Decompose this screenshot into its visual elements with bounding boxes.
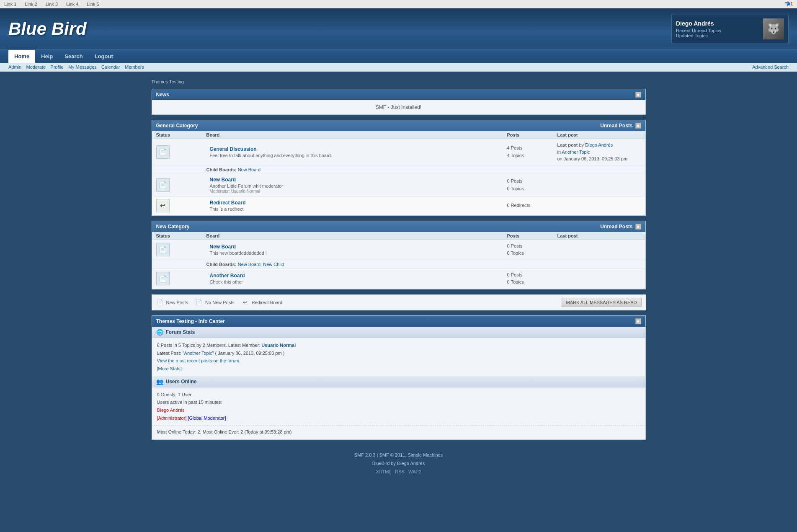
- nav-help[interactable]: Help: [35, 50, 59, 63]
- board-status-icon: 📄: [156, 145, 206, 159]
- board-name-redirect[interactable]: Redirect Board: [210, 200, 246, 206]
- users-online-label: Users Online: [166, 379, 197, 385]
- child-board-nb2-link2[interactable]: New Child: [263, 262, 284, 267]
- new-col-status: Status: [156, 233, 206, 238]
- footer-wap2[interactable]: WAP2: [408, 469, 421, 474]
- avatar-image: 🐺: [763, 18, 784, 39]
- sub-nav-left: Admin Moderate Profile My Messages Calen…: [8, 64, 147, 70]
- top-bar-notification: 📬1: [784, 1, 793, 7]
- board-name-general-discussion[interactable]: General Discussion: [210, 146, 257, 152]
- board-info-nb2: New Board This new boardddddddddd !: [206, 244, 507, 256]
- top-bar: Link 1 Link 2 Link 3 Link 4 Link 5 📬1: [0, 0, 797, 8]
- col-board: Board: [206, 132, 507, 137]
- avatar: 🐺: [763, 18, 784, 39]
- footer-line1: SMF 2.0.3 | SMF © 2011, Simple Machines: [5, 451, 792, 460]
- news-header-right: ■: [635, 92, 641, 98]
- board-stats-general: 4 Posts 4 Topics: [507, 145, 557, 159]
- no-new-posts-icon: 📄: [195, 298, 203, 307]
- site-title: Blue Bird: [8, 19, 87, 39]
- board-name-new-board-2[interactable]: New Board: [210, 244, 236, 250]
- users-online-content: 0 Guests, 1 User Users active in past 15…: [152, 387, 645, 426]
- updated-topics-link[interactable]: Updated Topics: [676, 33, 759, 38]
- child-boards-general: Child Boards: New Board: [152, 165, 645, 174]
- general-collapse-btn[interactable]: ■: [635, 123, 641, 129]
- new-category-collapse-btn[interactable]: ■: [635, 224, 641, 230]
- forum-stats-icon: 🌐: [156, 329, 163, 336]
- advanced-search-link[interactable]: Advanced Search: [752, 65, 789, 70]
- forum-stats-label: Forum Stats: [166, 329, 195, 335]
- last-post-topic-general[interactable]: Another Topic: [562, 150, 590, 155]
- board-desc-nb2: This new boardddddddddd !: [210, 251, 507, 256]
- board-row-another-board: 📄 Another Board Check this other 0 Posts…: [152, 269, 645, 289]
- info-center-header: Themes Testing - Info Center ■: [152, 316, 645, 327]
- legend-redirect: ↩ Redirect Board: [241, 298, 282, 307]
- footer-xhtml[interactable]: XHTML: [376, 469, 391, 474]
- board-moderator-new: Moderator: Usuario Normal: [210, 189, 507, 194]
- board-status-icon-another: 📄: [156, 272, 206, 285]
- board-desc-new: Another Little Forum whit moderator: [210, 183, 507, 189]
- legend: 📄 New Posts 📄 No New Posts ↩ Redirect Bo…: [152, 294, 646, 310]
- footer-rss[interactable]: RSS: [395, 469, 405, 474]
- news-section: News ■ SMF - Just Installed!: [152, 89, 646, 115]
- user-name: Diego Andrés: [676, 20, 759, 27]
- new-col-board: Board: [206, 233, 507, 238]
- board-info-another: Another Board Check this other: [206, 273, 507, 284]
- most-online-today: Most Online Today: 2.: [157, 429, 201, 434]
- last-post-user-general[interactable]: Diego Andrés: [585, 142, 613, 147]
- role-global-mod[interactable]: [Global Moderator]: [188, 416, 226, 421]
- child-boards-new-category: Child Boards: New Board, New Child: [152, 260, 645, 269]
- top-link-3[interactable]: Link 3: [46, 2, 58, 7]
- legend-new-posts: 📄 New Posts: [156, 298, 188, 307]
- info-center-collapse-btn[interactable]: ■: [635, 318, 641, 324]
- child-board-nb2-link1[interactable]: New Board: [238, 262, 261, 267]
- more-stats-link[interactable]: [More Stats]: [157, 366, 182, 371]
- new-category-header-right: Unread Posts ■: [600, 224, 641, 230]
- top-link-2[interactable]: Link 2: [25, 2, 37, 7]
- sub-nav-admin[interactable]: Admin: [8, 65, 21, 70]
- top-link-4[interactable]: Link 4: [66, 2, 78, 7]
- latest-topic-link[interactable]: "Another Topic": [183, 351, 214, 356]
- info-center-section: Themes Testing - Info Center ■ 🌐 Forum S…: [152, 315, 646, 440]
- new-category-title: New Category: [156, 224, 190, 230]
- recent-posts-link[interactable]: View the most recent posts on the forum.: [157, 358, 241, 363]
- board-icon-redirect: ↩: [156, 199, 170, 212]
- sub-nav-moderate[interactable]: Moderate: [26, 65, 46, 70]
- sub-nav-profile[interactable]: Profile: [50, 65, 63, 70]
- sub-nav-my-messages[interactable]: My Messages: [68, 65, 97, 70]
- general-category-title: General Category: [156, 123, 198, 129]
- new-category-section: New Category Unread Posts ■ Status Board…: [152, 221, 646, 289]
- user-links: Recent Unread Topics Updated Topics: [676, 28, 759, 38]
- col-lastpost: Last post: [557, 132, 641, 137]
- sub-nav-members[interactable]: Members: [125, 65, 144, 70]
- main-nav: Home Help Search Logout: [0, 49, 797, 63]
- new-category-body: Status Board Posts Last post 📄 New Board…: [152, 232, 645, 289]
- sub-nav-calendar[interactable]: Calendar: [101, 65, 120, 70]
- nav-search[interactable]: Search: [59, 50, 88, 63]
- board-desc-another: Check this other: [210, 279, 507, 284]
- board-stats-nb2: 0 Posts 0 Topics: [507, 243, 557, 257]
- board-name-new-board[interactable]: New Board: [210, 177, 236, 183]
- most-online-ever: Most Online Ever: 2 (Today at 09:53:28 p…: [203, 429, 292, 434]
- active-info: Users active in past 15 minutes:: [157, 400, 222, 405]
- child-board-new-board-link[interactable]: New Board: [238, 167, 261, 172]
- recent-unread-link[interactable]: Recent Unread Topics: [676, 28, 759, 33]
- nav-home[interactable]: Home: [8, 50, 35, 63]
- main-content: Themes Testing News ■ SMF - Just Install…: [147, 78, 650, 440]
- board-status-icon-redirect: ↩: [156, 199, 206, 212]
- role-admin[interactable]: [Administrator]: [157, 416, 187, 421]
- top-link-5[interactable]: Link 5: [87, 2, 99, 7]
- online-user-link[interactable]: Diego Andrés: [157, 408, 185, 413]
- last-post-general: Last post by Diego Andrés in Another Top…: [557, 142, 641, 163]
- nav-logout[interactable]: Logout: [89, 50, 119, 63]
- user-info: Diego Andrés Recent Unread Topics Update…: [676, 20, 759, 38]
- footer: SMF 2.0.3 | SMF © 2011, Simple Machines …: [0, 446, 797, 481]
- breadcrumb: Themes Testing: [152, 78, 646, 85]
- board-name-another-board[interactable]: Another Board: [210, 273, 245, 279]
- mark-read-button[interactable]: MARK ALL MESSAGES AS READ: [562, 298, 642, 307]
- forum-stats-content: 6 Posts in 5 Topics by 2 Members. Latest…: [152, 338, 645, 376]
- latest-member-link[interactable]: Usuario Normal: [261, 343, 296, 348]
- top-link-1[interactable]: Link 1: [4, 2, 16, 7]
- footer-line2: BlueBird by Diego Andrés: [5, 460, 792, 468]
- board-row-general-discussion: 📄 General Discussion Feel free to talk a…: [152, 139, 645, 165]
- news-collapse-btn[interactable]: ■: [635, 92, 641, 98]
